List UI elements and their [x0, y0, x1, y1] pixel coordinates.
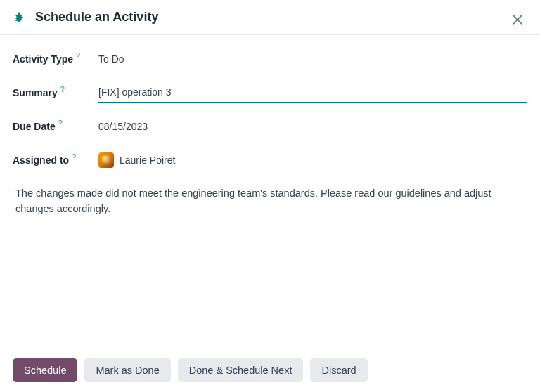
help-icon[interactable]: ?: [58, 119, 63, 127]
help-icon[interactable]: ?: [72, 152, 76, 161]
label-summary: Summary ?: [13, 87, 98, 98]
close-icon: [510, 13, 525, 27]
summary-input[interactable]: [98, 84, 527, 103]
label-due-date: Due Date ?: [13, 121, 98, 132]
label-activity-type: Activity Type ?: [13, 53, 98, 65]
row-activity-type: Activity Type ? To Do: [13, 49, 527, 69]
modal-header: Schedule an Activity: [0, 0, 540, 35]
modal-body: Activity Type ? To Do Summary ? Due Date…: [0, 35, 540, 348]
row-due-date: Due Date ? 08/15/2023: [13, 117, 527, 136]
label-text: Summary: [13, 87, 58, 98]
schedule-activity-modal: Schedule an Activity Activity Type ? To …: [0, 0, 540, 392]
row-summary: Summary ?: [13, 83, 527, 103]
label-text: Activity Type: [13, 53, 73, 65]
schedule-button[interactable]: Schedule: [13, 358, 77, 382]
modal-footer: Schedule Mark as Done Done & Schedule Ne…: [0, 348, 540, 392]
close-button[interactable]: [508, 10, 527, 30]
help-icon[interactable]: ?: [76, 51, 80, 60]
bug-icon: [13, 11, 25, 24]
row-assigned-to: Assigned to ? Laurie Poiret: [13, 150, 527, 170]
help-icon[interactable]: ?: [60, 85, 65, 93]
label-text: Due Date: [13, 121, 56, 132]
mark-as-done-button[interactable]: Mark as Done: [84, 358, 170, 382]
activity-type-field[interactable]: To Do: [98, 53, 527, 65]
avatar: [98, 152, 114, 168]
activity-description[interactable]: The changes made did not meet the engine…: [13, 184, 519, 218]
assignee-name: Laurie Poiret: [120, 155, 175, 166]
assigned-to-field[interactable]: Laurie Poiret: [98, 152, 527, 168]
label-text: Assigned to: [13, 155, 69, 166]
label-assigned-to: Assigned to ?: [13, 155, 98, 166]
due-date-field[interactable]: 08/15/2023: [98, 121, 527, 132]
done-and-schedule-next-button[interactable]: Done & Schedule Next: [178, 358, 304, 382]
discard-button[interactable]: Discard: [310, 358, 367, 382]
modal-title: Schedule an Activity: [35, 10, 158, 25]
